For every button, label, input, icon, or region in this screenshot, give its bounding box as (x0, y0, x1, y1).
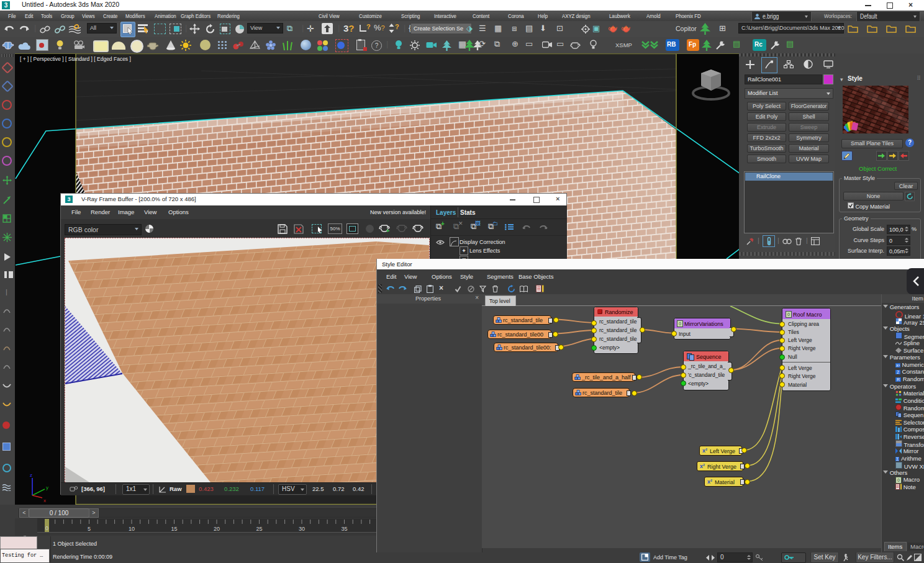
svg-text:0: 0 (45, 525, 48, 531)
svg-text:z: z (30, 472, 32, 478)
svg-text:10: 10 (129, 526, 135, 532)
svg-text:35: 35 (341, 526, 347, 532)
svg-text:30: 30 (299, 526, 305, 532)
svg-text:20: 20 (214, 526, 220, 532)
svg-text:x: x (43, 498, 46, 503)
svg-text:y: y (46, 485, 48, 490)
svg-text:15: 15 (171, 526, 177, 532)
svg-text:5: 5 (88, 526, 91, 532)
svg-text:25: 25 (256, 526, 262, 532)
